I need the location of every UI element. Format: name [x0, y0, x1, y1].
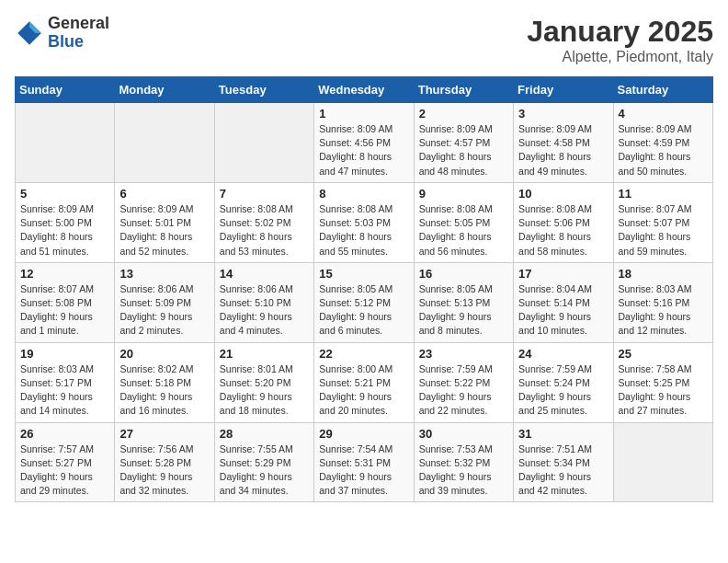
calendar-cell: 18Sunrise: 8:03 AM Sunset: 5:16 PM Dayli… [613, 262, 712, 342]
calendar-cell: 9Sunrise: 8:08 AM Sunset: 5:05 PM Daylig… [414, 182, 513, 262]
day-info: Sunrise: 8:05 AM Sunset: 5:12 PM Dayligh… [319, 282, 408, 339]
day-info: Sunrise: 7:54 AM Sunset: 5:31 PM Dayligh… [319, 442, 408, 499]
logo-icon [15, 18, 44, 48]
calendar-cell: 6Sunrise: 8:09 AM Sunset: 5:01 PM Daylig… [115, 182, 214, 262]
header-monday: Monday [115, 77, 214, 103]
day-number: 25 [619, 347, 708, 361]
calendar-cell: 13Sunrise: 8:06 AM Sunset: 5:09 PM Dayli… [115, 262, 214, 342]
day-info: Sunrise: 8:08 AM Sunset: 5:03 PM Dayligh… [319, 202, 408, 259]
calendar-subtitle: Alpette, Piedmont, Italy [527, 49, 713, 65]
week-row-2: 5Sunrise: 8:09 AM Sunset: 5:00 PM Daylig… [16, 182, 713, 262]
day-info: Sunrise: 8:01 AM Sunset: 5:20 PM Dayligh… [220, 362, 309, 419]
calendar-cell: 4Sunrise: 8:09 AM Sunset: 4:59 PM Daylig… [613, 103, 712, 183]
day-info: Sunrise: 8:09 AM Sunset: 5:00 PM Dayligh… [20, 202, 109, 259]
calendar-table: SundayMondayTuesdayWednesdayThursdayFrid… [15, 76, 713, 502]
day-info: Sunrise: 8:08 AM Sunset: 5:02 PM Dayligh… [220, 202, 309, 259]
calendar-cell: 17Sunrise: 8:04 AM Sunset: 5:14 PM Dayli… [514, 262, 613, 342]
week-row-3: 12Sunrise: 8:07 AM Sunset: 5:08 PM Dayli… [16, 262, 713, 342]
day-info: Sunrise: 7:59 AM Sunset: 5:22 PM Dayligh… [419, 362, 508, 419]
week-row-1: 1Sunrise: 8:09 AM Sunset: 4:56 PM Daylig… [16, 103, 713, 183]
calendar-cell: 29Sunrise: 7:54 AM Sunset: 5:31 PM Dayli… [314, 422, 414, 502]
day-number: 8 [319, 187, 408, 201]
week-row-5: 26Sunrise: 7:57 AM Sunset: 5:27 PM Dayli… [16, 422, 713, 502]
logo: General Blue [15, 15, 109, 52]
day-number: 20 [119, 347, 209, 361]
day-number: 16 [419, 267, 508, 281]
calendar-cell: 30Sunrise: 7:53 AM Sunset: 5:32 PM Dayli… [414, 422, 513, 502]
calendar-cell: 23Sunrise: 7:59 AM Sunset: 5:22 PM Dayli… [414, 342, 513, 422]
calendar-cell: 20Sunrise: 8:02 AM Sunset: 5:18 PM Dayli… [115, 342, 214, 422]
day-info: Sunrise: 8:09 AM Sunset: 4:57 PM Dayligh… [419, 122, 508, 178]
day-info: Sunrise: 8:06 AM Sunset: 5:10 PM Dayligh… [220, 282, 309, 339]
day-number: 26 [20, 427, 109, 441]
header-thursday: Thursday [414, 77, 513, 103]
calendar-cell: 3Sunrise: 8:09 AM Sunset: 4:58 PM Daylig… [514, 103, 613, 183]
day-info: Sunrise: 8:03 AM Sunset: 5:16 PM Dayligh… [619, 282, 708, 339]
day-info: Sunrise: 8:06 AM Sunset: 5:09 PM Dayligh… [119, 282, 209, 339]
day-number: 12 [20, 267, 109, 281]
calendar-cell: 2Sunrise: 8:09 AM Sunset: 4:57 PM Daylig… [414, 103, 513, 183]
day-number: 29 [319, 427, 408, 441]
day-number: 7 [220, 187, 309, 201]
header-friday: Friday [514, 77, 613, 103]
day-info: Sunrise: 8:07 AM Sunset: 5:08 PM Dayligh… [20, 282, 109, 339]
calendar-cell: 19Sunrise: 8:03 AM Sunset: 5:17 PM Dayli… [16, 342, 115, 422]
day-info: Sunrise: 8:03 AM Sunset: 5:17 PM Dayligh… [20, 362, 109, 419]
logo-text: General Blue [48, 15, 109, 52]
calendar-title: January 2025 [527, 15, 713, 49]
logo-blue: Blue [48, 33, 109, 52]
day-number: 27 [119, 427, 209, 441]
calendar-cell: 27Sunrise: 7:56 AM Sunset: 5:28 PM Dayli… [115, 422, 214, 502]
calendar-cell: 26Sunrise: 7:57 AM Sunset: 5:27 PM Dayli… [16, 422, 115, 502]
calendar-cell: 16Sunrise: 8:05 AM Sunset: 5:13 PM Dayli… [414, 262, 513, 342]
day-number: 4 [619, 107, 708, 121]
logo-general: General [48, 15, 109, 33]
day-number: 11 [619, 187, 708, 201]
day-info: Sunrise: 7:59 AM Sunset: 5:24 PM Dayligh… [518, 362, 608, 419]
day-info: Sunrise: 8:09 AM Sunset: 5:01 PM Dayligh… [119, 202, 209, 259]
calendar-cell: 8Sunrise: 8:08 AM Sunset: 5:03 PM Daylig… [314, 182, 414, 262]
day-number: 21 [220, 347, 309, 361]
day-number: 22 [319, 347, 408, 361]
day-info: Sunrise: 8:09 AM Sunset: 4:58 PM Dayligh… [518, 122, 608, 178]
title-block: January 2025 Alpette, Piedmont, Italy [527, 15, 713, 65]
calendar-cell: 25Sunrise: 7:58 AM Sunset: 5:25 PM Dayli… [613, 342, 712, 422]
calendar-cell: 1Sunrise: 8:09 AM Sunset: 4:56 PM Daylig… [314, 103, 414, 183]
calendar-cell: 15Sunrise: 8:05 AM Sunset: 5:12 PM Dayli… [314, 262, 414, 342]
calendar-cell: 5Sunrise: 8:09 AM Sunset: 5:00 PM Daylig… [16, 182, 115, 262]
day-info: Sunrise: 8:02 AM Sunset: 5:18 PM Dayligh… [119, 362, 209, 419]
day-number: 30 [419, 427, 508, 441]
calendar-cell [115, 103, 214, 183]
day-number: 14 [220, 267, 309, 281]
week-row-4: 19Sunrise: 8:03 AM Sunset: 5:17 PM Dayli… [16, 342, 713, 422]
calendar-cell: 22Sunrise: 8:00 AM Sunset: 5:21 PM Dayli… [314, 342, 414, 422]
day-info: Sunrise: 8:00 AM Sunset: 5:21 PM Dayligh… [319, 362, 408, 419]
calendar-cell [613, 422, 712, 502]
day-info: Sunrise: 8:09 AM Sunset: 4:56 PM Dayligh… [319, 122, 408, 178]
day-number: 15 [319, 267, 408, 281]
day-info: Sunrise: 7:58 AM Sunset: 5:25 PM Dayligh… [619, 362, 708, 419]
day-info: Sunrise: 7:56 AM Sunset: 5:28 PM Dayligh… [119, 442, 209, 499]
calendar-cell [16, 103, 115, 183]
day-number: 6 [119, 187, 209, 201]
day-number: 31 [518, 427, 608, 441]
day-info: Sunrise: 7:57 AM Sunset: 5:27 PM Dayligh… [20, 442, 109, 499]
day-info: Sunrise: 8:05 AM Sunset: 5:13 PM Dayligh… [419, 282, 508, 339]
calendar-cell: 24Sunrise: 7:59 AM Sunset: 5:24 PM Dayli… [514, 342, 613, 422]
days-header-row: SundayMondayTuesdayWednesdayThursdayFrid… [16, 77, 713, 103]
calendar-cell: 11Sunrise: 8:07 AM Sunset: 5:07 PM Dayli… [613, 182, 712, 262]
day-number: 24 [518, 347, 608, 361]
day-number: 18 [619, 267, 708, 281]
calendar-cell [214, 103, 313, 183]
day-number: 1 [319, 107, 408, 121]
day-info: Sunrise: 8:08 AM Sunset: 5:05 PM Dayligh… [419, 202, 508, 259]
header-saturday: Saturday [613, 77, 712, 103]
calendar-cell: 28Sunrise: 7:55 AM Sunset: 5:29 PM Dayli… [214, 422, 313, 502]
day-info: Sunrise: 8:07 AM Sunset: 5:07 PM Dayligh… [619, 202, 708, 259]
day-info: Sunrise: 7:55 AM Sunset: 5:29 PM Dayligh… [220, 442, 309, 499]
header-sunday: Sunday [16, 77, 115, 103]
header-tuesday: Tuesday [214, 77, 313, 103]
calendar-cell: 31Sunrise: 7:51 AM Sunset: 5:34 PM Dayli… [514, 422, 613, 502]
day-info: Sunrise: 8:08 AM Sunset: 5:06 PM Dayligh… [518, 202, 608, 259]
day-info: Sunrise: 7:51 AM Sunset: 5:34 PM Dayligh… [518, 442, 608, 499]
